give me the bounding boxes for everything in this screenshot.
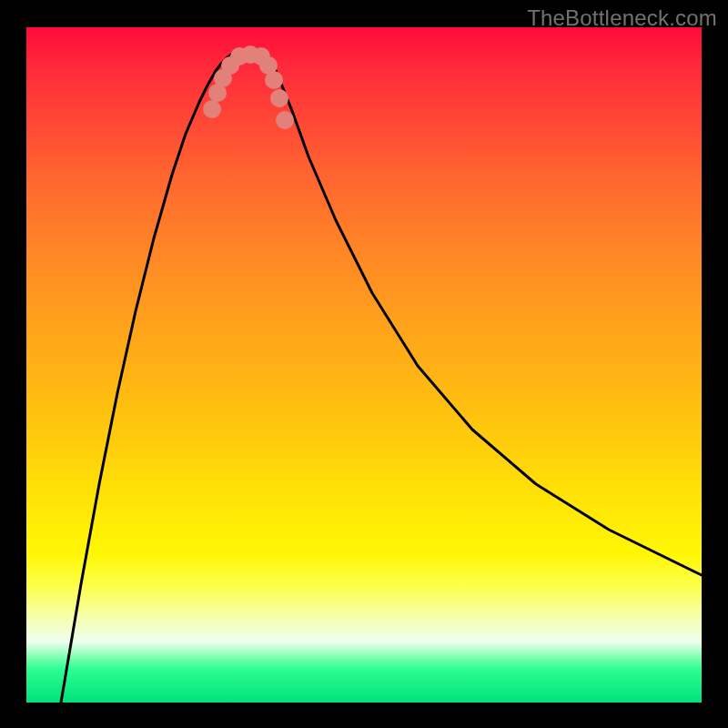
bottleneck-curve	[61, 52, 702, 703]
marker-dot	[265, 71, 283, 89]
marker-dot	[270, 89, 288, 107]
marker-dot	[203, 100, 221, 118]
marker-dot	[276, 111, 294, 129]
curve-plot	[26, 27, 702, 703]
marker-cluster	[203, 46, 294, 129]
